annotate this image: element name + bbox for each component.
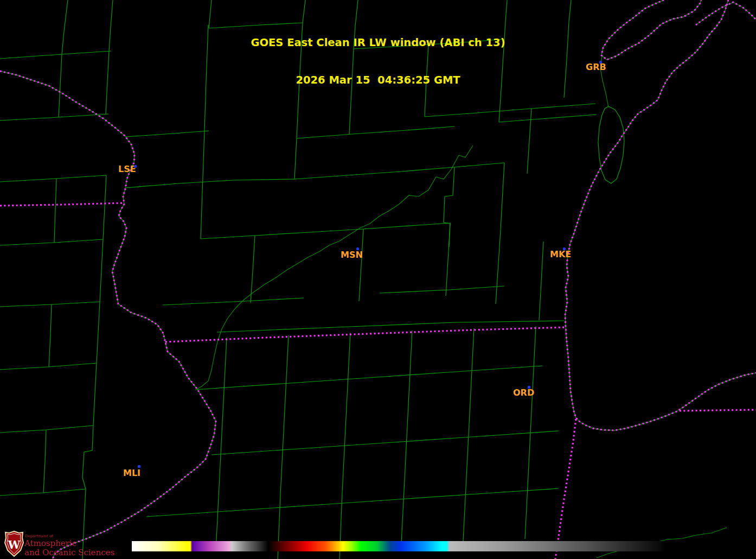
satellite-image-viewport: GRBLSEMSNMKEORDMLI GOES East Clean IR LW…: [0, 0, 756, 559]
mn-ia-state-border: [0, 203, 124, 206]
county-line: [0, 239, 103, 245]
county-line: [496, 239, 500, 304]
county-line: [93, 363, 97, 425]
county-line: [294, 163, 504, 179]
city-label-lse: LSE: [118, 165, 136, 174]
county-line: [0, 114, 108, 120]
county-line: [212, 431, 559, 455]
station-dot-mke: [563, 247, 566, 250]
county-line: [401, 331, 412, 543]
county-line: [0, 175, 106, 182]
wi-il-state-border: [165, 327, 566, 342]
lake-winnebago: [598, 106, 624, 183]
county-line: [82, 425, 93, 489]
county-line: [0, 425, 93, 433]
ir-temperature-colorbar: [132, 541, 665, 551]
county-line: [359, 229, 363, 301]
county-line: [126, 131, 209, 137]
county-line: [444, 167, 454, 247]
logo-line1: Atmospheric: [24, 538, 76, 548]
county-line: [500, 163, 504, 239]
county-line: [297, 126, 454, 138]
county-line: [380, 286, 504, 293]
county-line: [527, 109, 531, 174]
county-line: [146, 488, 559, 517]
logo-line2: and Oceanic Sciences: [24, 548, 114, 557]
county-line: [43, 430, 46, 493]
station-dot-mli: [138, 465, 140, 468]
county-line: [0, 363, 97, 370]
county-line: [217, 321, 564, 332]
county-line: [463, 328, 474, 541]
county-line: [195, 366, 542, 390]
station-dot-ord: [528, 386, 530, 389]
county-line: [103, 175, 106, 239]
image-title: GOES East Clean IR LW window (ABI ch 13)…: [0, 11, 756, 111]
crest-letter: W: [8, 538, 21, 551]
city-label-mke: MKE: [550, 250, 571, 259]
county-line: [278, 335, 289, 559]
county-line: [0, 489, 86, 496]
timestamp: 2026 Mar 15 04:36:25 GMT: [0, 74, 756, 86]
county-line: [499, 115, 597, 122]
il-in-state-border: [555, 419, 576, 559]
logo-dept-label: Department of: [25, 534, 53, 538]
county-line: [97, 302, 100, 363]
county-line: [201, 223, 449, 239]
city-label-ord: ORD: [513, 389, 534, 397]
county-line: [201, 131, 204, 239]
county-line: [294, 138, 297, 179]
county-line: [126, 179, 294, 188]
station-dot-msn: [356, 247, 359, 250]
city-label-msn: MSN: [341, 251, 363, 259]
county-line: [216, 338, 227, 550]
mi-in-state-border: [680, 410, 756, 411]
city-label-mli: MLI: [123, 469, 140, 478]
wisconsin-river: [197, 145, 473, 389]
county-line: [54, 179, 56, 243]
county-line: [0, 302, 100, 307]
county-line: [49, 304, 52, 367]
uw-crest-icon: W: [4, 531, 24, 557]
aos-logo: W Department of Atmospheric and Oceanic …: [3, 530, 133, 558]
mississippi-river-border: [0, 71, 216, 559]
station-dot-lse: [134, 165, 137, 168]
county-line: [100, 239, 103, 302]
product-title: GOES East Clean IR LW window (ABI ch 13): [0, 36, 756, 49]
mississippi-river-border-coastline: [0, 71, 216, 559]
county-line: [446, 223, 450, 296]
county-line: [163, 298, 304, 305]
county-line: [539, 242, 543, 320]
